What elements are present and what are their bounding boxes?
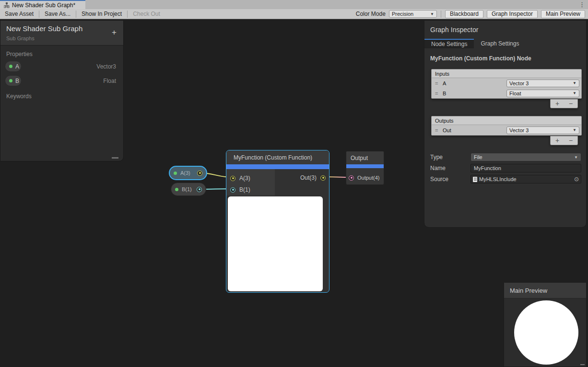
port-label: Output(4) (357, 175, 379, 181)
property-dot-icon (174, 172, 177, 175)
color-mode-dropdown[interactable]: Precision ▼ (389, 10, 437, 18)
node-accent-bar (346, 164, 384, 168)
tab-title: New Shader Sub Graph* (12, 2, 75, 9)
name-field-row: Name MyFunction (430, 164, 581, 172)
keywords-section-label: Keywords (0, 93, 123, 100)
property-pill-a[interactable]: A (5, 61, 22, 72)
save-asset-button[interactable]: Save Asset (0, 9, 38, 19)
port-input-b[interactable] (230, 187, 235, 193)
node-title[interactable]: MyFunction (Custom Function) (226, 150, 329, 164)
main-preview-panel: Main Preview (504, 282, 587, 367)
source-value: MyHLSLInclude (479, 176, 517, 182)
port-label: Out(3) (300, 174, 317, 181)
property-node-label: B(1) (182, 186, 197, 192)
chevron-down-icon: ▼ (430, 12, 434, 16)
input-type-dropdown[interactable]: Vector 3 ▼ (506, 80, 579, 87)
node-input-row-b: B(1) (230, 186, 250, 193)
drag-handle-icon[interactable]: = (435, 80, 443, 86)
tab-node-settings[interactable]: Node Settings (424, 39, 474, 48)
main-preview-header[interactable]: Main Preview (504, 283, 586, 298)
show-in-project-button[interactable]: Show In Project (77, 9, 127, 19)
shader-graph-icon (4, 2, 10, 8)
input-type-value: Vector 3 (509, 80, 529, 86)
main-preview-toggle-button[interactable]: Main Preview (541, 10, 585, 18)
resize-handle[interactable] (112, 157, 118, 159)
property-pill-b[interactable]: B (5, 75, 22, 86)
save-as-button[interactable]: Save As... (40, 9, 75, 19)
input-type-dropdown[interactable]: Float ▼ (506, 90, 579, 97)
node-input-row-a: A(3) (230, 175, 250, 182)
property-dot-icon (175, 188, 178, 191)
blackboard-toggle-button[interactable]: Blackboard (445, 10, 483, 18)
input-type-value: Float (509, 91, 521, 96)
blackboard-subtitle: Sub Graphs (6, 35, 118, 41)
output-type-dropdown[interactable]: Vector 3 ▼ (506, 126, 579, 134)
property-row-a[interactable]: A Vector3 (5, 61, 123, 72)
property-name: B (15, 78, 19, 84)
graph-inspector-toggle-button[interactable]: Graph Inspector (487, 10, 538, 18)
input-name[interactable]: B (443, 91, 506, 96)
source-object-field[interactable]: MyHLSLInclude ⊙ (470, 175, 581, 184)
property-dot-icon (9, 79, 12, 82)
property-node-a[interactable]: A(3) (169, 166, 207, 180)
port-input-a[interactable] (230, 176, 235, 181)
port-label: B(1) (239, 186, 250, 193)
inputs-row-b[interactable]: = B Float ▼ (432, 88, 581, 98)
outputs-list-footer: + − (550, 136, 578, 145)
chevron-down-icon: ▼ (573, 128, 576, 132)
node-preview (228, 196, 323, 291)
property-node-b[interactable]: B(1) (171, 183, 206, 196)
remove-output-button[interactable]: − (569, 137, 573, 144)
port-label: A(3) (239, 175, 250, 182)
port-input-output[interactable] (349, 175, 354, 181)
outputs-list-header: Outputs (432, 116, 581, 125)
outputs-row-out[interactable]: = Out Vector 3 ▼ (432, 125, 581, 135)
more-menu-icon[interactable]: ⋮ (579, 0, 585, 9)
drag-handle-icon[interactable]: = (435, 127, 443, 133)
add-output-button[interactable]: + (555, 137, 559, 144)
check-out-button: Check Out (128, 9, 165, 19)
property-type: Vector3 (96, 63, 116, 70)
blackboard-header[interactable]: New Shader Sub Graph Sub Graphs + (0, 21, 123, 46)
resize-handle[interactable] (580, 364, 585, 365)
port-a-output[interactable] (197, 171, 202, 176)
tab-graph-settings[interactable]: Graph Settings (474, 39, 526, 48)
inspector-tabs: Node Settings Graph Settings (424, 39, 586, 48)
input-name[interactable]: A (443, 80, 506, 86)
property-row-b[interactable]: B Float (5, 75, 123, 86)
property-type: Float (103, 78, 116, 84)
name-input[interactable]: MyFunction (470, 164, 581, 172)
object-picker-icon[interactable]: ⊙ (574, 176, 579, 183)
add-input-button[interactable]: + (555, 100, 559, 107)
node-input-row-output: Output(4) (349, 175, 379, 181)
type-dropdown[interactable]: File ▼ (470, 153, 581, 161)
output-name[interactable]: Out (443, 127, 506, 133)
blackboard-panel: New Shader Sub Graph Sub Graphs + Proper… (0, 20, 124, 161)
drag-handle-icon[interactable]: = (435, 91, 443, 96)
node-accent-bar (226, 164, 329, 169)
outputs-list: Outputs = Out Vector 3 ▼ (431, 116, 582, 136)
type-label: Type (430, 154, 470, 161)
inputs-list-footer: + − (550, 99, 578, 108)
port-output-out[interactable] (320, 175, 326, 181)
toolbar-divider (76, 11, 76, 18)
add-property-button[interactable]: + (112, 28, 117, 36)
file-icon (473, 177, 477, 182)
output-node[interactable]: Output Output(4) (346, 151, 384, 185)
node-title[interactable]: Output (346, 151, 384, 164)
tab-shader-subgraph[interactable]: New Shader Sub Graph* (0, 0, 85, 9)
remove-input-button[interactable]: − (569, 100, 573, 107)
toolbar: Save Asset Save As... Show In Project Ch… (0, 9, 588, 19)
port-b-output[interactable] (197, 187, 202, 192)
color-mode-value: Precision (392, 11, 413, 17)
source-label: Source (430, 176, 470, 183)
graph-inspector-panel: Graph Inspector Node Settings Graph Sett… (424, 20, 587, 228)
type-field-row: Type File ▼ (430, 153, 581, 161)
inspector-node-title: MyFunction (Custom Function) Node (430, 55, 586, 62)
color-mode-label: Color Mode (356, 11, 386, 17)
property-dot-icon (9, 65, 12, 68)
output-type-value: Vector 3 (509, 127, 529, 133)
custom-function-node[interactable]: MyFunction (Custom Function) A(3) B(1) O… (226, 150, 329, 293)
inputs-row-a[interactable]: = A Vector 3 ▼ (432, 78, 581, 88)
node-output-row: Out(3) (300, 174, 326, 181)
